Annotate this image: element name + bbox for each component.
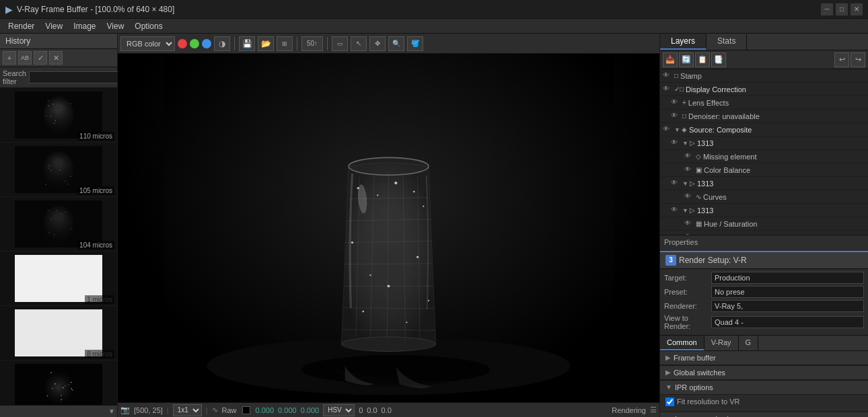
expand-icon[interactable]: ▼ — [682, 180, 688, 187]
eye-icon[interactable]: 👁 — [663, 85, 672, 94]
fit-resolution-checkbox[interactable] — [665, 397, 674, 406]
layer-add-button[interactable]: 📥 — [663, 52, 678, 67]
eyedropper-button[interactable]: 🔍 — [388, 36, 404, 51]
aspect-ratio-button[interactable]: ▭ — [332, 36, 348, 51]
layer-row[interactable]: 👁 ▼ ▷ 1313 — [660, 177, 868, 190]
layer-undo-button[interactable]: ↩ — [834, 52, 849, 67]
eye-icon[interactable]: 👁 — [671, 112, 680, 121]
maximize-button[interactable]: □ — [836, 3, 848, 15]
layer-row[interactable]: 👁 ∿ Curves — [660, 190, 868, 204]
tab-common[interactable]: Common — [660, 336, 704, 350]
compare-button[interactable]: ⊞ — [277, 36, 293, 51]
image-sampler-header[interactable]: ▼ Image sampler ( — [660, 412, 868, 418]
load-button[interactable]: 📂 — [258, 36, 274, 51]
history-check-button[interactable]: ✓ — [34, 51, 47, 65]
history-ab-button[interactable]: AB — [18, 51, 32, 65]
search-input[interactable] — [29, 71, 129, 83]
eye-icon[interactable]: 👁 — [684, 165, 694, 175]
color-space-select[interactable]: HSV — [323, 404, 355, 416]
layer-action2-button[interactable]: 📋 — [695, 52, 710, 67]
s-value: 0.0 — [367, 406, 377, 414]
layer-row[interactable]: 👁 ✓□ Display Correction — [660, 83, 868, 96]
layer-row[interactable]: 👁 ◇ Missing element — [660, 150, 868, 163]
layer-row[interactable]: 👁 + Lens Effects — [660, 96, 868, 110]
layer-row[interactable]: 👁 ▼ ▷ 1313 — [660, 204, 868, 217]
ipr-options-header[interactable]: ▼ IPR options — [660, 381, 868, 395]
eye-icon[interactable]: 👁 — [671, 206, 680, 215]
eye-icon[interactable]: 👁 — [684, 219, 694, 229]
titlebar: ▶ V-Ray Frame Buffer - [100.0% of 640 × … — [0, 0, 868, 19]
history-item[interactable]: 1 micros — [0, 252, 117, 306]
eye-icon[interactable]: 👁 — [671, 98, 680, 108]
menu-options[interactable]: Options — [129, 20, 168, 32]
search-filter-row: Search filter 🔍 — [0, 67, 117, 88]
section-arrow-icon: ▶ — [665, 369, 671, 376]
save-button[interactable]: 💾 — [239, 36, 255, 51]
history-delete-button[interactable]: ✕ — [49, 51, 63, 65]
layer-row[interactable]: 👁 □ Stamp — [660, 69, 868, 83]
history-item[interactable]: 104 micros — [0, 197, 117, 252]
pan-button[interactable]: ✥ — [369, 36, 386, 51]
red-channel-dot[interactable] — [178, 39, 187, 48]
eye-icon[interactable]: 👁 — [663, 71, 672, 81]
tab-layers[interactable]: Layers — [660, 34, 707, 50]
tab-vray[interactable]: V-Ray — [704, 336, 739, 350]
tab-gi[interactable]: G — [739, 336, 759, 350]
svg-point-19 — [394, 182, 397, 184]
curve-icon: ∿ — [212, 406, 218, 414]
expand-icon[interactable]: ▼ — [682, 207, 688, 214]
toolbar-separator — [297, 37, 297, 50]
white-balance-button[interactable]: ◑ — [214, 36, 230, 51]
menu-image[interactable]: Image — [68, 20, 101, 32]
status-bar: 📷 [500, 25] | 1x1 | ∿ Raw 0.000 0.000 0.… — [118, 402, 659, 417]
zoom-select[interactable]: 1x1 — [173, 404, 202, 416]
frame-buffer-header[interactable]: ▶ Frame buffer — [660, 351, 868, 365]
layer-action1-button[interactable]: 🔄 — [679, 52, 694, 67]
green-channel-dot[interactable] — [190, 39, 199, 48]
menu-view2[interactable]: View — [102, 20, 130, 32]
layer-type-icon: ✓□ — [674, 85, 684, 93]
expand-icon[interactable]: ▼ — [674, 126, 680, 133]
history-item[interactable]: 110 micros — [0, 88, 117, 143]
layer-action3-button[interactable]: 📑 — [711, 52, 726, 67]
renderer-value[interactable] — [711, 300, 864, 312]
view-render-value[interactable] — [711, 316, 864, 328]
layer-row[interactable]: 👁 □ Denoiser: unavailable — [660, 110, 868, 123]
tab-stats[interactable]: Stats — [707, 34, 747, 50]
eye-icon[interactable]: 👁 — [663, 125, 672, 135]
properties-label: Properties — [664, 238, 864, 246]
layer-name: 1313 — [697, 180, 713, 188]
eye-icon[interactable]: 👁 — [684, 152, 694, 161]
minimize-button[interactable]: ─ — [821, 3, 833, 15]
eye-icon[interactable]: 👁 — [684, 192, 694, 202]
expand-icon[interactable]: ▼ — [682, 140, 688, 147]
history-item[interactable] — [0, 361, 117, 405]
menu-render[interactable]: Render — [3, 20, 40, 32]
close-button[interactable]: ✕ — [851, 3, 863, 15]
svg-point-28 — [406, 321, 407, 323]
preset-value[interactable] — [711, 286, 864, 298]
ipr-options-content: Fit resolution to VR — [660, 395, 868, 412]
settings-icon[interactable]: ☰ — [650, 406, 657, 414]
history-scroll-down[interactable]: ▼ — [0, 405, 117, 417]
blue-channel-dot[interactable] — [202, 39, 211, 48]
layer-row[interactable]: 👁 ▣ Color Balance — [660, 163, 868, 177]
history-item[interactable]: 105 micros — [0, 143, 117, 197]
color-mode-select[interactable]: RGB color — [120, 36, 175, 51]
layer-row[interactable]: 👁 ▼ ▷ 1313 — [660, 137, 868, 150]
menu-view[interactable]: View — [40, 20, 68, 32]
history-add-button[interactable]: + — [3, 51, 16, 65]
bucket-button[interactable]: 🪣 — [407, 36, 423, 51]
target-value[interactable] — [711, 272, 864, 284]
ipr-options-section: ▼ IPR options Fit resolution to VR — [660, 381, 868, 412]
window-controls[interactable]: ─ □ ✕ — [821, 3, 863, 15]
history-item[interactable]: 8 micros — [0, 306, 117, 361]
layer-row[interactable]: 👁 ▦ Hue / Saturation — [660, 217, 868, 231]
layer-redo-button[interactable]: ↪ — [851, 52, 865, 67]
eye-icon[interactable]: 👁 — [671, 179, 680, 188]
layer-row[interactable]: 👁 ▼ ◈ Source: Composite — [660, 123, 868, 137]
global-switches-header[interactable]: ▶ Global switches — [660, 366, 868, 380]
cursor-button[interactable]: ↖ — [351, 36, 367, 51]
eye-icon[interactable]: 👁 — [671, 139, 680, 148]
zoom-label[interactable]: 50↑ — [301, 36, 323, 51]
